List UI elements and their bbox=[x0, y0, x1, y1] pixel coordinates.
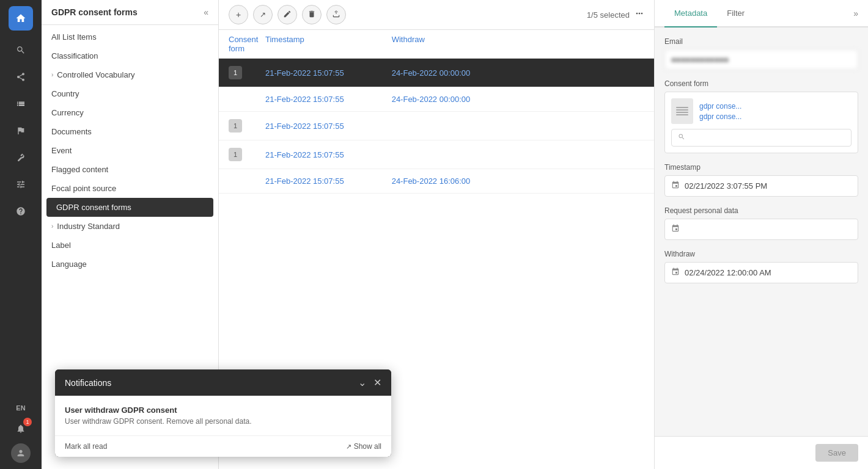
sidebar-item-controlled-vocabulary[interactable]: › Controlled Vocabulary bbox=[42, 65, 218, 84]
notifications-footer: Mark all read ↗ Show all bbox=[55, 435, 391, 457]
sidebar-item-documents[interactable]: Documents bbox=[42, 122, 218, 141]
table-row[interactable]: 21-Feb-2022 15:07:55 24-Feb-2022 16:06:0… bbox=[219, 169, 654, 194]
user-avatar[interactable] bbox=[11, 443, 31, 463]
notification-item-text: User withdraw GDPR consent. Remove all p… bbox=[65, 417, 381, 426]
email-field-group: Email ●●●●●●●●●●●● bbox=[664, 37, 858, 70]
doc-lines bbox=[676, 106, 688, 117]
selection-count: 1/5 selected bbox=[587, 10, 630, 20]
timestamp-label: Timestamp bbox=[664, 163, 858, 172]
table-header: Consent form Timestamp Withdraw bbox=[219, 30, 654, 59]
sidebar-app-title: GDPR consent forms bbox=[51, 7, 138, 17]
cell-timestamp: 21-Feb-2022 15:07:55 bbox=[265, 95, 392, 104]
sidebar-item-label[interactable]: Label bbox=[42, 236, 218, 255]
mark-all-read-btn[interactable]: Mark all read bbox=[65, 442, 107, 451]
doc-names: gdpr conse... gdpr conse... bbox=[699, 102, 741, 121]
doc-icon bbox=[671, 98, 693, 124]
notification-bell[interactable]: 1 bbox=[9, 416, 33, 441]
nav-icon-flag[interactable] bbox=[9, 118, 33, 143]
consent-form-search[interactable] bbox=[671, 129, 851, 147]
sidebar-item-gdpr-consent-forms[interactable]: GDPR consent forms bbox=[46, 198, 213, 217]
metadata-form: Email ●●●●●●●●●●●● Consent form bbox=[655, 27, 868, 436]
email-input[interactable]: ●●●●●●●●●●●● bbox=[664, 49, 858, 70]
sidebar-item-classification[interactable]: Classification bbox=[42, 46, 218, 65]
consent-form-widget[interactable]: gdpr conse... gdpr conse... bbox=[664, 92, 858, 153]
sidebar-item-label: Classification bbox=[51, 51, 98, 60]
sidebar-header: GDPR consent forms « bbox=[42, 0, 218, 25]
table-row[interactable]: 21-Feb-2022 15:07:55 24-Feb-2022 00:00:0… bbox=[219, 87, 654, 112]
save-button[interactable]: Save bbox=[815, 444, 858, 462]
request-personal-data-input[interactable] bbox=[664, 219, 858, 240]
sidebar-item-label: Flagged content bbox=[51, 165, 108, 174]
timestamp-value: 02/21/2022 3:07:55 PM bbox=[685, 181, 767, 191]
withdraw-field-group: Withdraw 02/24/2022 12:00:00 AM bbox=[664, 250, 858, 283]
consent-form-label: Consent form bbox=[664, 79, 858, 88]
sidebar-item-focal-point-source[interactable]: Focal point source bbox=[42, 179, 218, 198]
panel-more-icon[interactable]: » bbox=[853, 9, 858, 18]
delete-icon bbox=[307, 10, 316, 20]
table-row[interactable]: 1 21-Feb-2022 15:07:55 bbox=[219, 140, 654, 169]
sidebar-item-label: Label bbox=[51, 241, 71, 250]
delete-button[interactable] bbox=[302, 5, 322, 24]
notifications-close-icon[interactable]: ✕ bbox=[373, 377, 381, 388]
sidebar-item-label: Documents bbox=[51, 127, 92, 136]
sidebar-item-label: Currency bbox=[51, 108, 84, 117]
col-withdraw: Withdraw bbox=[392, 35, 518, 53]
open-icon: ↗ bbox=[260, 10, 266, 19]
nav-icon-wrench[interactable] bbox=[9, 145, 33, 170]
sidebar-item-language[interactable]: Language bbox=[42, 255, 218, 274]
col-timestamp: Timestamp bbox=[265, 35, 392, 53]
search-icon bbox=[678, 133, 685, 142]
sidebar-item-label: Industry Standard bbox=[57, 222, 120, 231]
nav-icon-sliders[interactable] bbox=[9, 172, 33, 197]
cell-timestamp: 21-Feb-2022 15:07:55 bbox=[265, 176, 392, 186]
panel-footer: Save bbox=[655, 436, 868, 469]
calendar-icon bbox=[671, 181, 680, 191]
cell-timestamp: 21-Feb-2022 15:07:55 bbox=[265, 68, 392, 78]
table-row[interactable]: 1 21-Feb-2022 15:07:55 bbox=[219, 112, 654, 140]
export-icon bbox=[332, 10, 340, 20]
sidebar-item-country[interactable]: Country bbox=[42, 84, 218, 103]
sidebar-item-label: Focal point source bbox=[51, 184, 116, 193]
external-link-icon: ↗ bbox=[346, 443, 351, 451]
tab-filter[interactable]: Filter bbox=[717, 0, 754, 27]
nav-icon-help[interactable] bbox=[9, 199, 33, 224]
nav-icon-search[interactable] bbox=[9, 38, 33, 62]
cell-timestamp: 21-Feb-2022 15:07:55 bbox=[265, 150, 392, 159]
sidebar-item-label: All List Items bbox=[51, 32, 97, 42]
consent-form-field-group: Consent form gdpr conse... gdpr conse... bbox=[664, 79, 858, 153]
cell-withdraw: 24-Feb-2022 00:00:00 bbox=[392, 68, 518, 78]
consent-doc-row: gdpr conse... gdpr conse... bbox=[671, 98, 851, 124]
sidebar-item-event[interactable]: Event bbox=[42, 141, 218, 160]
edit-icon bbox=[283, 10, 292, 20]
notification-item-title: User withdraw GDPR consent bbox=[65, 405, 381, 415]
request-personal-data-label: Request personal data bbox=[664, 206, 858, 215]
sidebar-item-currency[interactable]: Currency bbox=[42, 103, 218, 122]
add-button[interactable]: + bbox=[229, 5, 248, 24]
sidebar-item-label: Controlled Vocabulary bbox=[57, 70, 134, 79]
tab-metadata[interactable]: Metadata bbox=[664, 0, 717, 27]
notifications-collapse-icon[interactable]: ⌄ bbox=[358, 377, 366, 388]
sidebar-collapse-btn[interactable]: « bbox=[204, 7, 208, 17]
doc-name-2: gdpr conse... bbox=[699, 112, 741, 121]
export-button[interactable] bbox=[326, 5, 346, 24]
left-nav: EN 1 bbox=[0, 0, 42, 469]
edit-button[interactable] bbox=[278, 5, 297, 24]
nav-icon-share[interactable] bbox=[9, 65, 33, 89]
timestamp-field-group: Timestamp 02/21/2022 3:07:55 PM bbox=[664, 163, 858, 197]
open-button[interactable]: ↗ bbox=[253, 5, 273, 24]
nav-icon-home[interactable] bbox=[9, 6, 33, 31]
notifications-header-actions: ⌄ ✕ bbox=[358, 377, 381, 388]
sidebar-item-all-list-items[interactable]: All List Items bbox=[42, 27, 218, 46]
withdraw-input[interactable]: 02/24/2022 12:00:00 AM bbox=[664, 262, 858, 283]
table-row[interactable]: 1 21-Feb-2022 15:07:55 24-Feb-2022 00:00… bbox=[219, 59, 654, 87]
add-icon: + bbox=[236, 10, 241, 20]
nav-icon-list[interactable] bbox=[9, 92, 33, 116]
right-panel: Metadata Filter » Email ●●●●●●●●●●●● Con… bbox=[654, 0, 868, 469]
more-options-icon[interactable] bbox=[634, 9, 644, 21]
chevron-right-icon: › bbox=[51, 223, 53, 230]
sidebar-item-label: Language bbox=[51, 260, 87, 269]
timestamp-input[interactable]: 02/21/2022 3:07:55 PM bbox=[664, 175, 858, 197]
sidebar-item-industry-standard[interactable]: › Industry Standard bbox=[42, 217, 218, 236]
sidebar-item-flagged-content[interactable]: Flagged content bbox=[42, 160, 218, 179]
show-all-btn[interactable]: ↗ Show all bbox=[346, 442, 381, 451]
